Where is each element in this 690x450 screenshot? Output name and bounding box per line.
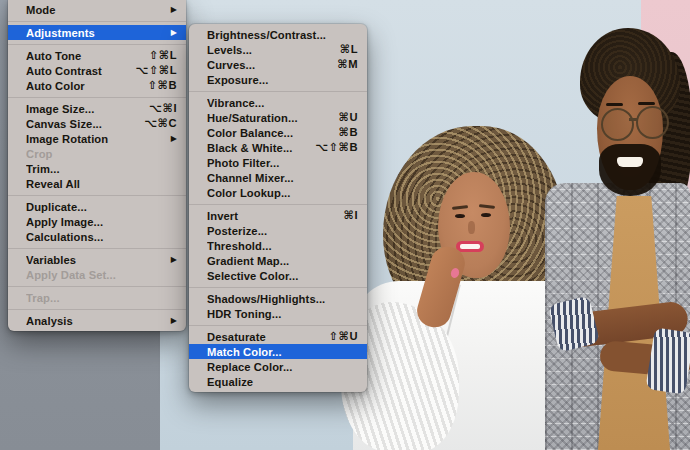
adjustments-submenu: Brightness/Contrast... Levels...⌘L Curve…	[189, 24, 367, 392]
menu-item-label: Curves...	[207, 59, 327, 71]
menu-item-hue-saturation[interactable]: Hue/Saturation...⌘U	[189, 110, 367, 125]
menu-item-label: Selective Color...	[207, 270, 358, 282]
menu-item-analysis[interactable]: Analysis▶	[8, 313, 186, 328]
menu-item-label: Color Lookup...	[207, 187, 358, 199]
menu-item-shortcut: ⌥⇧⌘L	[136, 64, 177, 77]
submenu-arrow-icon: ▶	[171, 29, 177, 37]
menu-item-label: Color Balance...	[207, 127, 329, 139]
menu-item-shortcut: ⌘U	[339, 111, 358, 124]
menu-item-mode[interactable]: Mode▶	[8, 2, 186, 17]
menu-item-vibrance[interactable]: Vibrance...	[189, 95, 367, 110]
menu-item-label: Desaturate	[207, 331, 319, 343]
menu-separator	[189, 200, 367, 208]
menu-item-label: Invert	[207, 210, 334, 222]
menu-item-shadows-highlights[interactable]: Shadows/Highlights...	[189, 291, 367, 306]
man-glasses-bridge	[629, 118, 637, 121]
menu-item-label: Image Rotation	[26, 133, 161, 145]
woman-eye	[455, 214, 465, 218]
menu-item-match-color[interactable]: Match Color...	[189, 344, 367, 359]
menu-item-trim[interactable]: Trim...	[8, 161, 186, 176]
menu-item-apply-image[interactable]: Apply Image...	[8, 214, 186, 229]
man-smile	[617, 157, 643, 167]
menu-item-label: Calculations...	[26, 231, 177, 243]
menu-separator	[189, 321, 367, 329]
menu-item-label: Adjustments	[26, 27, 161, 39]
menu-item-posterize[interactable]: Posterize...	[189, 223, 367, 238]
menu-item-label: Gradient Map...	[207, 255, 358, 267]
menu-item-label: Equalize	[207, 376, 358, 388]
menu-separator	[8, 93, 186, 101]
menu-item-auto-contrast[interactable]: Auto Contrast⌥⇧⌘L	[8, 63, 186, 78]
menu-item-exposure[interactable]: Exposure...	[189, 72, 367, 87]
menu-item-label: HDR Toning...	[207, 308, 358, 320]
menu-item-replace-color[interactable]: Replace Color...	[189, 359, 367, 374]
menu-item-brightness-contrast[interactable]: Brightness/Contrast...	[189, 27, 367, 42]
menu-item-shortcut: ⇧⌘L	[149, 49, 177, 62]
menu-item-levels[interactable]: Levels...⌘L	[189, 42, 367, 57]
menu-item-color-lookup[interactable]: Color Lookup...	[189, 185, 367, 200]
menu-item-shortcut: ⌘I	[344, 209, 359, 222]
menu-item-shortcut: ⇧⌘B	[148, 79, 177, 92]
menu-item-label: Canvas Size...	[26, 118, 134, 130]
menu-item-calculations[interactable]: Calculations...	[8, 229, 186, 244]
menu-item-shortcut: ⌘M	[337, 58, 358, 71]
menu-item-equalize[interactable]: Equalize	[189, 374, 367, 389]
menu-item-canvas-size[interactable]: Canvas Size...⌥⌘C	[8, 116, 186, 131]
menu-item-label: Variables	[26, 254, 161, 266]
menu-item-label: Replace Color...	[207, 361, 358, 373]
menu-item-auto-tone[interactable]: Auto Tone⇧⌘L	[8, 48, 186, 63]
menu-item-duplicate[interactable]: Duplicate...	[8, 199, 186, 214]
menu-item-reveal-all[interactable]: Reveal All	[8, 176, 186, 191]
menu-item-variables[interactable]: Variables▶	[8, 252, 186, 267]
menu-separator	[8, 40, 186, 48]
menu-item-label: Shadows/Highlights...	[207, 293, 358, 305]
menu-item-apply-data-set: Apply Data Set...	[8, 267, 186, 282]
menu-item-image-size[interactable]: Image Size...⌥⌘I	[8, 101, 186, 116]
menu-item-color-balance[interactable]: Color Balance...⌘B	[189, 125, 367, 140]
menu-item-label: Black & White...	[207, 142, 305, 154]
menu-item-hdr-toning[interactable]: HDR Toning...	[189, 306, 367, 321]
menu-separator	[189, 87, 367, 95]
menu-item-label: Auto Color	[26, 80, 138, 92]
menu-item-shortcut: ⌥⇧⌘B	[315, 141, 358, 154]
menu-item-label: Duplicate...	[26, 201, 177, 213]
menu-item-photo-filter[interactable]: Photo Filter...	[189, 155, 367, 170]
menu-item-image-rotation[interactable]: Image Rotation▶	[8, 131, 186, 146]
menu-item-trap: Trap...	[8, 290, 186, 305]
menu-item-label: Levels...	[207, 44, 330, 56]
menu-item-shortcut: ⌥⌘I	[149, 102, 177, 115]
menu-item-label: Trim...	[26, 163, 177, 175]
menu-separator	[189, 283, 367, 291]
menu-item-label: Channel Mixer...	[207, 172, 358, 184]
menu-separator	[8, 305, 186, 313]
man-beard	[599, 144, 661, 196]
menu-item-adjustments[interactable]: Adjustments▶	[8, 25, 186, 40]
woman-nose	[468, 221, 475, 234]
submenu-arrow-icon: ▶	[171, 135, 177, 143]
menu-item-crop: Crop	[8, 146, 186, 161]
woman-smile	[460, 244, 480, 249]
menu-item-label: Match Color...	[207, 346, 358, 358]
menu-separator	[8, 17, 186, 25]
menu-item-label: Reveal All	[26, 178, 177, 190]
submenu-arrow-icon: ▶	[171, 6, 177, 14]
menu-item-threshold[interactable]: Threshold...	[189, 238, 367, 253]
man-eyebrow	[638, 102, 655, 105]
menu-item-black-and-white[interactable]: Black & White...⌥⇧⌘B	[189, 140, 367, 155]
menu-item-label: Image Size...	[26, 103, 139, 115]
menu-item-channel-mixer[interactable]: Channel Mixer...	[189, 170, 367, 185]
menu-item-label: Exposure...	[207, 74, 358, 86]
menu-separator	[8, 282, 186, 290]
menu-item-label: Trap...	[26, 292, 177, 304]
menu-item-selective-color[interactable]: Selective Color...	[189, 268, 367, 283]
menu-item-gradient-map[interactable]: Gradient Map...	[189, 253, 367, 268]
menu-item-desaturate[interactable]: Desaturate⇧⌘U	[189, 329, 367, 344]
menu-item-curves[interactable]: Curves...⌘M	[189, 57, 367, 72]
menu-item-invert[interactable]: Invert⌘I	[189, 208, 367, 223]
menu-item-auto-color[interactable]: Auto Color⇧⌘B	[8, 78, 186, 93]
menu-separator	[8, 244, 186, 252]
photoshop-screen: Mode▶ Adjustments▶ Auto Tone⇧⌘L Auto Con…	[0, 0, 690, 450]
menu-item-label: Photo Filter...	[207, 157, 358, 169]
menu-item-label: Mode	[26, 4, 161, 16]
submenu-arrow-icon: ▶	[171, 256, 177, 264]
